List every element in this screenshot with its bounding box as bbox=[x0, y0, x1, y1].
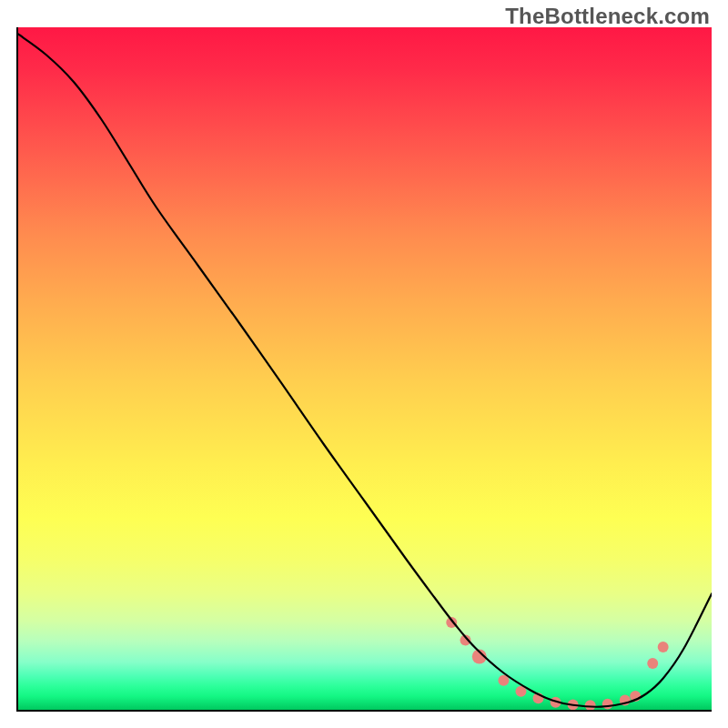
bottleneck-curve-path bbox=[18, 35, 712, 707]
markers-group bbox=[446, 617, 668, 710]
curve-layer bbox=[18, 27, 712, 710]
plot-area bbox=[16, 27, 712, 712]
marker-dot bbox=[585, 700, 596, 710]
watermark: TheBottleneck.com bbox=[505, 4, 710, 29]
marker-dot bbox=[658, 642, 669, 652]
bottleneck-chart: TheBottleneck.com bbox=[0, 0, 728, 728]
marker-dot bbox=[602, 699, 613, 710]
marker-dot bbox=[647, 658, 658, 669]
